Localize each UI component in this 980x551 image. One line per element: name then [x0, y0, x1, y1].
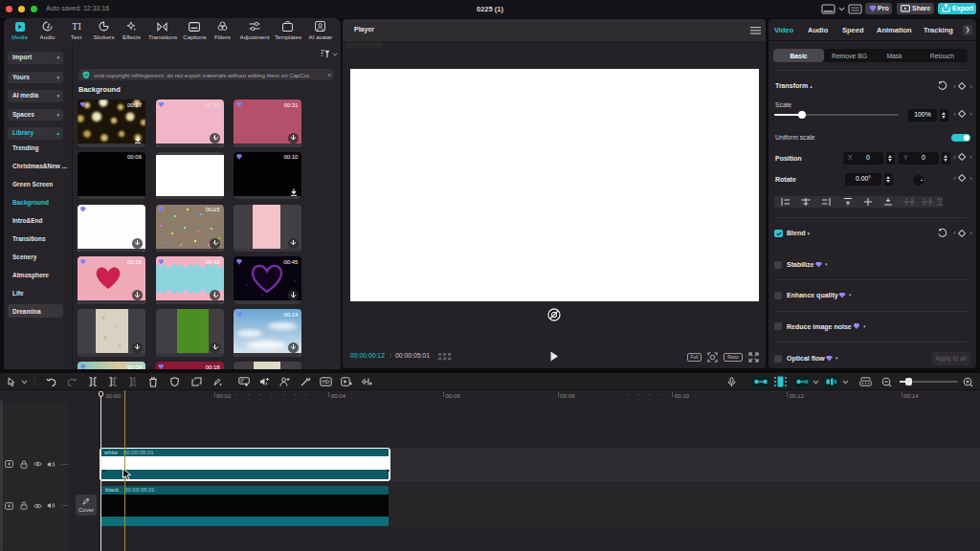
- svg-text:HD: HD: [322, 379, 329, 385]
